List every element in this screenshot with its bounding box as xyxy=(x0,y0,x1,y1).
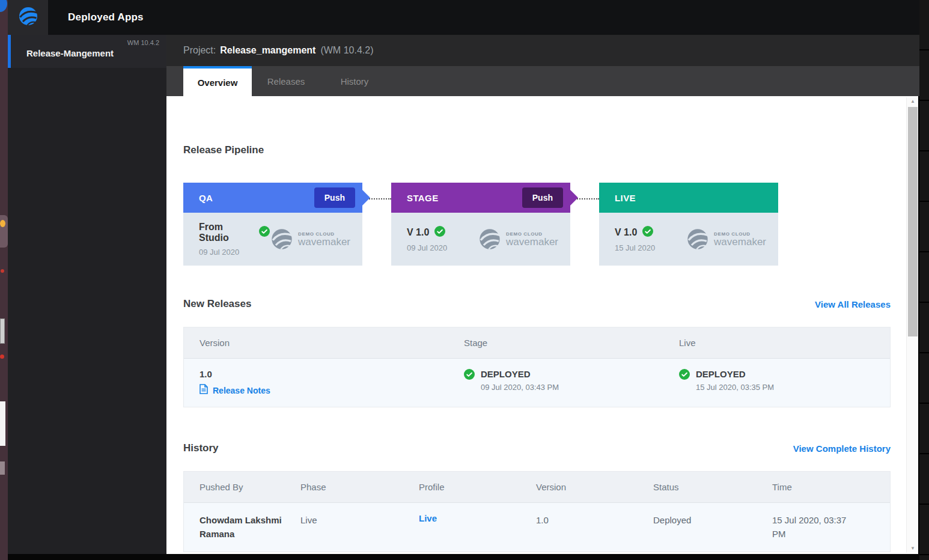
live-deploy-time: 15 Jul 2020, 03:35 PM xyxy=(696,383,774,392)
bottom-edge-bar xyxy=(8,554,919,560)
stage-version: V 1.0 xyxy=(615,227,637,238)
new-releases-table-header: Version Stage Live xyxy=(184,327,890,359)
dock-notification-dot xyxy=(1,269,4,273)
column-header-version: Version xyxy=(536,472,653,502)
project-name: Release_mangement xyxy=(220,45,315,56)
history-phase: Live xyxy=(300,515,317,525)
history-table-row: Chowdam Lakshmi Ramana Live Live 1.0 Dep… xyxy=(184,503,890,552)
sidebar-item-release-management[interactable]: Release-Mangement WM 10.4.2 xyxy=(8,35,166,68)
stage-name: QA xyxy=(199,193,213,203)
stage-name: STAGE xyxy=(407,193,439,203)
release-version: 1.0 xyxy=(200,369,458,379)
column-header-stage: Stage xyxy=(464,327,679,358)
vertical-scrollbar: ▲ ▼ xyxy=(906,97,918,553)
pipeline-card-stage-header: STAGE Push xyxy=(391,183,570,213)
history-table: Pushed By Phase Profile Version Status T… xyxy=(183,471,891,552)
success-check-icon xyxy=(259,226,270,239)
pipeline-card-stage-body: V 1.0 09 Jul 2020 xyxy=(391,213,570,266)
success-check-icon xyxy=(434,226,445,239)
column-header-live: Live xyxy=(679,327,876,358)
app-window: Deployed Apps Release-Mangement WM 10.4.… xyxy=(0,0,929,560)
live-deploy-status: DEPLOYED xyxy=(696,369,774,379)
push-button-qa[interactable]: Push xyxy=(314,187,355,208)
project-version: (WM 10.4.2) xyxy=(320,45,373,56)
deployed-check-icon xyxy=(464,369,475,382)
right-edge-panel xyxy=(919,0,929,560)
dock-icon-fragment xyxy=(0,0,7,12)
pipeline-card-qa: QA Push From Studio 09 Jul xyxy=(183,183,362,266)
view-all-releases-link[interactable]: View All Releases xyxy=(815,299,891,309)
wavemaker-wave-icon xyxy=(686,227,710,251)
column-header-status: Status xyxy=(653,472,772,502)
pipeline-card-qa-body: From Studio 09 Jul 2020 xyxy=(183,213,362,266)
column-header-time: Time xyxy=(772,472,860,502)
new-releases-table-row: 1.0 Release Notes xyxy=(184,359,890,407)
pipeline-card-live-header: LIVE xyxy=(599,183,778,213)
history-profile-link[interactable]: Live xyxy=(419,513,437,523)
wavemaker-logo-button[interactable] xyxy=(8,0,48,35)
dock-icon-fragment xyxy=(0,318,5,344)
dock-icon-fragment xyxy=(0,461,5,475)
tab-history[interactable]: History xyxy=(320,66,389,96)
stage-version: V 1.0 xyxy=(407,227,429,238)
history-pushed-by: Chowdam Lakshmi Ramana xyxy=(200,515,282,539)
demo-cloud-logo: DEMO CLOUD wavemaker xyxy=(686,227,766,251)
logo-wavemaker-text: wavemaker xyxy=(714,237,766,247)
history-heading: History xyxy=(183,442,219,454)
pipeline-card-live: LIVE V 1.0 15 Jul 2020 xyxy=(599,183,778,266)
column-header-phase: Phase xyxy=(300,472,419,502)
page-title: Deployed Apps xyxy=(68,0,144,35)
wavemaker-logo-icon xyxy=(17,5,39,29)
history-status: Deployed xyxy=(653,515,691,525)
pipeline-card-live-body: V 1.0 15 Jul 2020 xyxy=(599,213,778,266)
tab-overview[interactable]: Overview xyxy=(183,66,252,96)
pipeline-card-qa-header: QA Push xyxy=(183,183,362,213)
project-label: Project: xyxy=(183,45,216,56)
column-header-profile: Profile xyxy=(419,472,536,502)
scrollbar-down-arrow[interactable]: ▼ xyxy=(907,544,919,553)
column-header-version: Version xyxy=(184,327,464,358)
history-table-header: Pushed By Phase Profile Version Status T… xyxy=(184,472,890,503)
project-header: Project: Release_mangement (WM 10.4.2) xyxy=(166,35,919,66)
pipeline-cards-row: QA Push From Studio 09 Jul xyxy=(183,183,891,266)
dock-strip xyxy=(0,0,8,560)
stage-deploy-status: DEPLOYED xyxy=(481,369,559,379)
new-releases-heading: New Releases xyxy=(183,298,251,310)
deployed-check-icon xyxy=(679,369,690,382)
demo-cloud-logo: DEMO CLOUD wavemaker xyxy=(478,227,558,251)
stage-arrow-icon xyxy=(362,190,370,205)
release-notes-icon xyxy=(200,384,208,397)
push-button-stage[interactable]: Push xyxy=(522,187,563,208)
top-bar: Deployed Apps xyxy=(8,0,929,35)
sidebar-item-label: Release-Mangement xyxy=(26,47,114,58)
stage-date: 09 Jul 2020 xyxy=(199,248,270,257)
success-check-icon xyxy=(642,226,653,239)
release-notes-link[interactable]: Release Notes xyxy=(213,386,270,395)
stage-version: From Studio xyxy=(199,222,254,243)
stage-deploy-time: 09 Jul 2020, 03:43 PM xyxy=(481,383,559,392)
release-pipeline-heading: Release Pipeline xyxy=(183,144,891,156)
dock-icon-fragment xyxy=(0,401,5,446)
view-complete-history-link[interactable]: View Complete History xyxy=(793,443,891,454)
tab-bar: Overview Releases History xyxy=(166,66,919,96)
new-releases-table: Version Stage Live 1.0 Release Notes xyxy=(183,327,891,407)
scrollbar-thumb[interactable] xyxy=(908,107,918,336)
stage-date: 15 Jul 2020 xyxy=(615,243,655,252)
sidebar-item-version-badge: WM 10.4.2 xyxy=(127,39,159,46)
history-time: 15 Jul 2020, 03:37 PM xyxy=(772,515,846,539)
dock-notification-dot xyxy=(0,355,4,359)
history-version: 1.0 xyxy=(536,515,549,525)
pipeline-card-stage: STAGE Push V 1.0 09 Jul 202 xyxy=(391,183,570,266)
wavemaker-wave-icon xyxy=(478,227,502,251)
stage-name: LIVE xyxy=(615,193,636,203)
sidebar: Release-Mangement WM 10.4.2 xyxy=(8,35,166,554)
tab-releases[interactable]: Releases xyxy=(252,66,320,96)
dock-icon-fragment xyxy=(0,220,5,227)
logo-wavemaker-text: wavemaker xyxy=(506,237,558,247)
logo-wavemaker-text: wavemaker xyxy=(298,237,350,247)
stage-date: 09 Jul 2020 xyxy=(407,243,447,252)
main-content: Release Pipeline QA Push From Studio xyxy=(166,96,919,554)
scrollbar-up-arrow[interactable]: ▲ xyxy=(907,97,919,106)
column-header-pushed-by: Pushed By xyxy=(184,472,300,502)
stage-arrow-icon xyxy=(570,190,578,205)
